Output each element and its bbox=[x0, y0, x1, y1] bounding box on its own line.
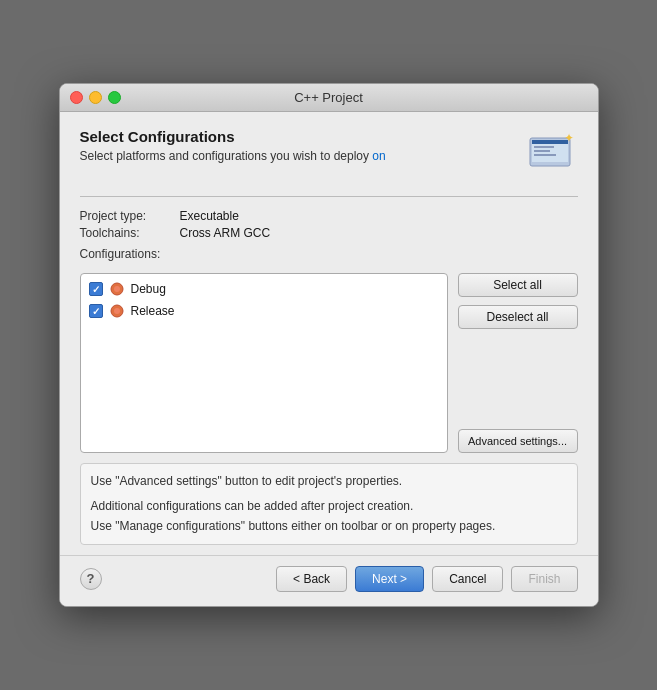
svg-text:✦: ✦ bbox=[564, 131, 574, 145]
advanced-settings-button[interactable]: Advanced settings... bbox=[458, 429, 578, 453]
header-section: Select Configurations Select platforms a… bbox=[80, 128, 578, 180]
svg-rect-4 bbox=[534, 150, 550, 152]
svg-point-10 bbox=[114, 308, 120, 314]
titlebar: C++ Project bbox=[60, 84, 598, 112]
release-label: Release bbox=[131, 304, 175, 318]
debug-label: Debug bbox=[131, 282, 166, 296]
debug-config-icon bbox=[109, 281, 125, 297]
header-text: Select Configurations Select platforms a… bbox=[80, 128, 386, 163]
debug-checkbox[interactable] bbox=[89, 282, 103, 296]
select-all-button[interactable]: Select all bbox=[458, 273, 578, 297]
project-type-value: Executable bbox=[180, 209, 578, 223]
svg-rect-2 bbox=[532, 140, 568, 144]
cancel-button[interactable]: Cancel bbox=[432, 566, 503, 592]
release-checkbox[interactable] bbox=[89, 304, 103, 318]
page-subtitle: Select platforms and configurations you … bbox=[80, 149, 386, 163]
deselect-all-button[interactable]: Deselect all bbox=[458, 305, 578, 329]
info-line-3: Use "Manage configurations" buttons eith… bbox=[91, 517, 567, 536]
configurations-list[interactable]: Debug Release bbox=[80, 273, 448, 453]
close-button[interactable] bbox=[70, 91, 83, 104]
dialog-window: C++ Project Select Configurations Select… bbox=[59, 83, 599, 607]
info-line-2: Additional configurations can be added a… bbox=[91, 497, 567, 516]
toolchains-label: Toolchains: bbox=[80, 226, 180, 240]
finish-button: Finish bbox=[511, 566, 577, 592]
page-title: Select Configurations bbox=[80, 128, 386, 145]
list-item[interactable]: Release bbox=[85, 300, 443, 322]
svg-point-8 bbox=[114, 286, 120, 292]
wizard-icon: ✦ bbox=[526, 128, 578, 180]
traffic-lights bbox=[70, 91, 121, 104]
info-box: Use "Advanced settings" button to edit p… bbox=[80, 463, 578, 545]
header-separator bbox=[80, 196, 578, 197]
list-item[interactable]: Debug bbox=[85, 278, 443, 300]
release-config-icon bbox=[109, 303, 125, 319]
help-button[interactable]: ? bbox=[80, 568, 102, 590]
maximize-button[interactable] bbox=[108, 91, 121, 104]
side-buttons-area: Select all Deselect all Advanced setting… bbox=[458, 273, 578, 453]
content-area: Select Configurations Select platforms a… bbox=[60, 112, 598, 545]
body-section: Debug Release Select all Deselect all bbox=[80, 273, 578, 453]
svg-rect-3 bbox=[534, 146, 554, 148]
svg-rect-5 bbox=[534, 154, 556, 156]
next-button[interactable]: Next > bbox=[355, 566, 424, 592]
info-line-1: Use "Advanced settings" button to edit p… bbox=[91, 472, 567, 491]
footer-area: ? < Back Next > Cancel Finish bbox=[60, 555, 598, 606]
minimize-button[interactable] bbox=[89, 91, 102, 104]
properties-section: Project type: Executable Toolchains: Cro… bbox=[80, 209, 578, 261]
bottom-buttons: < Back Next > Cancel Finish bbox=[276, 566, 577, 592]
project-type-label: Project type: bbox=[80, 209, 180, 223]
back-button[interactable]: < Back bbox=[276, 566, 347, 592]
configurations-label: Configurations: bbox=[80, 247, 578, 261]
side-top-buttons: Select all Deselect all bbox=[458, 273, 578, 329]
window-title: C++ Project bbox=[294, 90, 363, 105]
toolchains-value: Cross ARM GCC bbox=[180, 226, 578, 240]
